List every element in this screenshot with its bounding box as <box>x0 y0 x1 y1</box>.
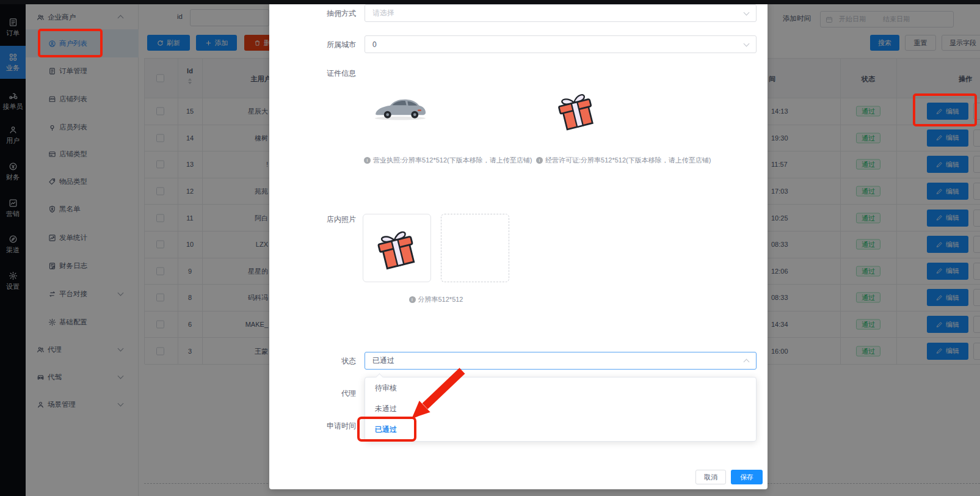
shop-photos-label: 店内照片 <box>283 214 356 225</box>
status-label: 状态 <box>283 356 356 367</box>
status-value: 已通过 <box>372 356 394 366</box>
info-icon: i <box>364 157 371 164</box>
city-value: 0 <box>372 40 377 49</box>
photo-upload-slot[interactable] <box>441 214 509 282</box>
status-select[interactable]: 已通过 <box>365 352 757 370</box>
license-note: i 营业执照:分辨率512*512(下版本移除，请上传至店铺) <box>364 156 532 165</box>
chevron-down-icon <box>744 9 750 15</box>
status-dropdown: 待审核未通过已通过 <box>365 377 757 442</box>
commission-select[interactable]: 请选择 <box>365 4 757 22</box>
info-icon: i <box>409 296 416 303</box>
agent-label: 代理 <box>283 388 356 399</box>
dropdown-option-1[interactable]: 待审核 <box>365 377 756 398</box>
city-select[interactable]: 0 <box>365 35 757 53</box>
commission-label: 抽佣方式 <box>283 9 356 19</box>
edit-merchant-modal: 抽佣方式 请选择 所属城市 0 证件信息 <box>269 0 768 489</box>
business-license-image[interactable] <box>371 90 429 126</box>
dropdown-option-3[interactable]: 已通过 <box>365 419 756 440</box>
photos-note: i 分辨率512*512 <box>363 295 509 304</box>
permit-note: i 经营许可证:分辨率512*512(下版本移除，请上传至店铺) <box>536 156 711 165</box>
business-permit-image[interactable] <box>553 87 600 133</box>
dropdown-option-2[interactable]: 未通过 <box>365 398 756 419</box>
top-strip <box>0 0 980 4</box>
shop-photo-thumbnail[interactable] <box>363 214 431 282</box>
gift-image <box>372 224 421 272</box>
city-label: 所属城市 <box>283 40 356 50</box>
gift-image <box>553 87 600 133</box>
cancel-button[interactable]: 取消 <box>695 470 726 484</box>
commission-placeholder: 请选择 <box>372 8 394 18</box>
certificates-label: 证件信息 <box>283 68 356 79</box>
info-icon: i <box>536 157 543 164</box>
chevron-down-icon <box>744 40 750 46</box>
app-root: 订单业务接单员用户财务营销渠道设置 企业商户商户列表订单管理店铺列表店员列表店铺… <box>0 0 980 496</box>
chevron-up-icon <box>744 359 750 365</box>
apply-time-label: 申请时间 <box>283 421 356 431</box>
car-image <box>371 90 429 126</box>
save-button[interactable]: 保存 <box>731 470 763 484</box>
